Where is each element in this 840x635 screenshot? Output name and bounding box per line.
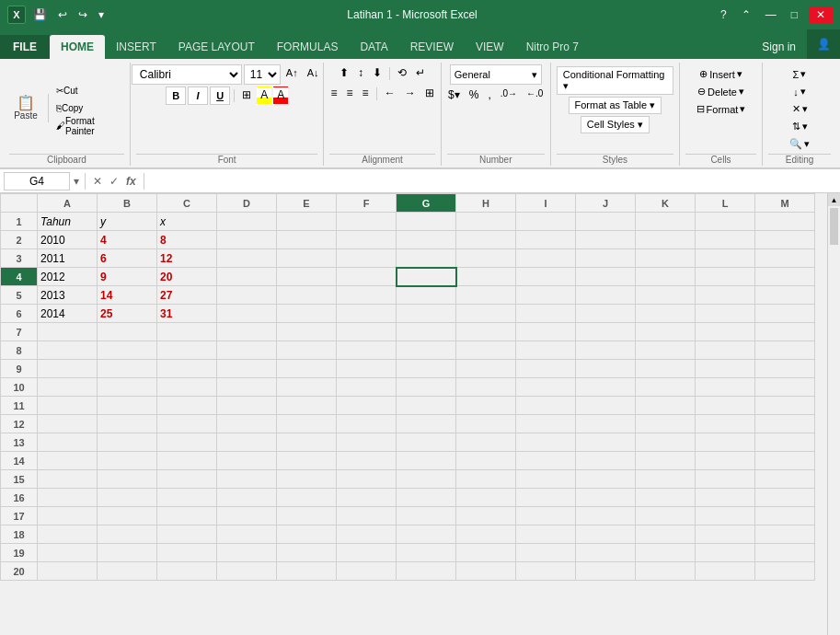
minimize-btn[interactable]: —: [762, 6, 780, 23]
row-header-5[interactable]: 5: [1, 286, 38, 305]
cell-D2[interactable]: [217, 231, 277, 249]
cell-G4[interactable]: [397, 268, 456, 286]
cell-E19[interactable]: [277, 544, 337, 562]
cell-C15[interactable]: [157, 470, 217, 489]
cell-C13[interactable]: [157, 433, 217, 452]
cell-E3[interactable]: [277, 249, 337, 268]
cell-J1[interactable]: [576, 213, 636, 231]
cell-F15[interactable]: [337, 470, 397, 489]
cell-A10[interactable]: [38, 378, 98, 397]
comma-btn[interactable]: ,: [484, 87, 494, 105]
cell-D8[interactable]: [217, 341, 277, 360]
scroll-track[interactable]: [828, 206, 840, 635]
cell-I18[interactable]: [516, 525, 576, 544]
row-header-12[interactable]: 12: [1, 415, 38, 433]
copy-button[interactable]: ⎘ Copy: [52, 100, 124, 117]
cell-K6[interactable]: [636, 305, 696, 323]
cell-B13[interactable]: [98, 433, 157, 452]
cell-H6[interactable]: [456, 305, 516, 323]
cell-D18[interactable]: [217, 525, 277, 544]
cell-K15[interactable]: [636, 470, 696, 489]
cell-J14[interactable]: [576, 452, 636, 470]
row-header-2[interactable]: 2: [1, 231, 38, 249]
cell-M13[interactable]: [755, 433, 815, 452]
cell-F4[interactable]: [337, 268, 397, 286]
cell-B5[interactable]: 14: [98, 286, 157, 305]
col-header-D[interactable]: D: [217, 194, 277, 213]
cell-D6[interactable]: [217, 305, 277, 323]
cell-L1[interactable]: [696, 213, 755, 231]
cell-D13[interactable]: [217, 433, 277, 452]
cell-J4[interactable]: [576, 268, 636, 286]
decrease-decimal-btn[interactable]: ←.0: [523, 87, 547, 105]
cell-I14[interactable]: [516, 452, 576, 470]
increase-font-btn[interactable]: A↑: [282, 65, 302, 84]
cell-J13[interactable]: [576, 433, 636, 452]
cell-H11[interactable]: [456, 397, 516, 415]
col-header-F[interactable]: F: [337, 194, 397, 213]
cell-G9[interactable]: [397, 360, 456, 378]
tab-page-layout[interactable]: PAGE LAYOUT: [167, 35, 266, 59]
cell-D3[interactable]: [217, 249, 277, 268]
cell-J9[interactable]: [576, 360, 636, 378]
cell-M12[interactable]: [755, 415, 815, 433]
cell-F5[interactable]: [337, 286, 397, 305]
cell-B4[interactable]: 9: [98, 268, 157, 286]
cell-I5[interactable]: [516, 286, 576, 305]
cell-A15[interactable]: [38, 470, 98, 489]
cell-L11[interactable]: [696, 397, 755, 415]
right-scrollbar[interactable]: ▲ ▼: [827, 193, 840, 635]
cell-D14[interactable]: [217, 452, 277, 470]
cell-G13[interactable]: [397, 433, 456, 452]
cell-C12[interactable]: [157, 415, 217, 433]
cell-B14[interactable]: [98, 452, 157, 470]
cell-M11[interactable]: [755, 397, 815, 415]
row-header-14[interactable]: 14: [1, 452, 38, 470]
cell-F11[interactable]: [337, 397, 397, 415]
cell-K14[interactable]: [636, 452, 696, 470]
align-right-btn[interactable]: ≡: [359, 85, 373, 103]
cell-I11[interactable]: [516, 397, 576, 415]
cell-J7[interactable]: [576, 323, 636, 341]
cell-J12[interactable]: [576, 415, 636, 433]
cell-M17[interactable]: [755, 507, 815, 525]
undo-quick-btn[interactable]: ↩: [54, 6, 71, 23]
cell-B2[interactable]: 4: [98, 231, 157, 249]
cell-B3[interactable]: 6: [98, 249, 157, 268]
cell-C3[interactable]: 12: [157, 249, 217, 268]
cell-H4[interactable]: [456, 268, 516, 286]
cell-G11[interactable]: [397, 397, 456, 415]
tab-data[interactable]: DATA: [349, 35, 398, 59]
cell-E6[interactable]: [277, 305, 337, 323]
cell-B19[interactable]: [98, 544, 157, 562]
cell-B17[interactable]: [98, 507, 157, 525]
cell-H2[interactable]: [456, 231, 516, 249]
cell-H10[interactable]: [456, 378, 516, 397]
align-center-btn[interactable]: ≡: [343, 85, 357, 103]
cell-L4[interactable]: [696, 268, 755, 286]
cell-F18[interactable]: [337, 525, 397, 544]
cell-B6[interactable]: 25: [98, 305, 157, 323]
cell-A8[interactable]: [38, 341, 98, 360]
row-header-16[interactable]: 16: [1, 489, 38, 507]
tab-review[interactable]: REVIEW: [399, 35, 465, 59]
row-header-3[interactable]: 3: [1, 249, 38, 268]
cell-L7[interactable]: [696, 323, 755, 341]
corner-cell[interactable]: [1, 194, 38, 213]
underline-btn[interactable]: U: [210, 87, 230, 105]
row-header-15[interactable]: 15: [1, 470, 38, 489]
cell-G6[interactable]: [397, 305, 456, 323]
cell-M8[interactable]: [755, 341, 815, 360]
sign-in-btn[interactable]: Sign in: [751, 35, 807, 59]
cell-M20[interactable]: [755, 562, 815, 581]
qat-dropdown[interactable]: ▾: [95, 6, 108, 23]
cell-B7[interactable]: [98, 323, 157, 341]
cell-I1[interactable]: [516, 213, 576, 231]
wrap-text-btn[interactable]: ↵: [412, 64, 429, 83]
cell-C1[interactable]: x: [157, 213, 217, 231]
cell-J5[interactable]: [576, 286, 636, 305]
cell-A11[interactable]: [38, 397, 98, 415]
cell-M7[interactable]: [755, 323, 815, 341]
cell-E11[interactable]: [277, 397, 337, 415]
cell-styles-btn[interactable]: Cell Styles ▾: [581, 116, 650, 133]
